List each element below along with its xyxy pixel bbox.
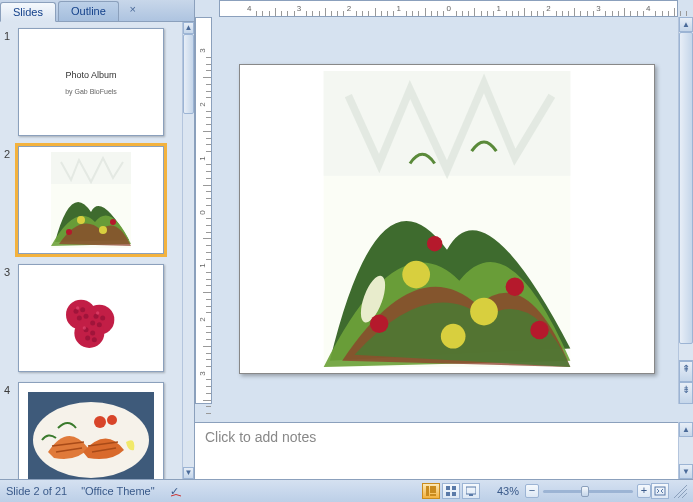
slide-thumbnail-4[interactable] xyxy=(18,382,164,479)
svg-point-11 xyxy=(80,307,85,312)
svg-point-38 xyxy=(530,321,549,340)
fit-to-window-button[interactable] xyxy=(651,483,669,499)
vertical-ruler: 3210123 xyxy=(195,17,212,404)
svg-point-19 xyxy=(90,331,95,336)
svg-text:✓: ✓ xyxy=(170,485,179,497)
zoom-out-button[interactable]: − xyxy=(525,484,539,498)
notes-scrollbar[interactable]: ▲ ▼ xyxy=(678,422,693,479)
close-panel-icon[interactable]: × xyxy=(125,2,141,18)
zoom-control: 43% − + xyxy=(491,484,651,498)
status-bar: Slide 2 of 21 "Office Theme" ✓ 43% − + xyxy=(0,479,693,502)
svg-rect-48 xyxy=(469,494,473,496)
zoom-percent[interactable]: 43% xyxy=(497,485,519,497)
thumbnail-row: 4 xyxy=(4,382,178,479)
scroll-down-icon[interactable]: ▼ xyxy=(183,467,194,479)
thumbnail-row: 1 Photo Album by Gab BioFuels xyxy=(4,28,178,136)
svg-point-20 xyxy=(85,336,90,341)
svg-rect-44 xyxy=(452,486,456,490)
svg-rect-40 xyxy=(426,486,429,496)
scroll-up-icon[interactable]: ▲ xyxy=(679,17,693,32)
thumb-title: Photo Album xyxy=(65,70,116,80)
zoom-slider[interactable] xyxy=(543,490,633,493)
normal-view-button[interactable] xyxy=(422,483,440,499)
svg-point-13 xyxy=(84,314,89,319)
svg-point-24 xyxy=(83,326,86,329)
slide-number: 3 xyxy=(4,264,18,278)
svg-point-35 xyxy=(370,315,389,334)
current-slide[interactable] xyxy=(239,64,655,374)
main-area: 432101234 3210123 ▲ ⇞ ⇟ xyxy=(195,0,693,479)
spellcheck-icon[interactable]: ✓ xyxy=(169,484,183,498)
theme-name: "Office Theme" xyxy=(81,485,154,497)
slide-counter: Slide 2 of 21 xyxy=(6,485,67,497)
slide-number: 2 xyxy=(4,146,18,160)
svg-point-34 xyxy=(441,324,466,349)
svg-point-5 xyxy=(110,219,116,225)
slide-thumbnail-3[interactable] xyxy=(18,264,164,372)
panel-scrollbar[interactable]: ▲ ▼ xyxy=(182,22,194,479)
thumbnail-list: 1 Photo Album by Gab BioFuels 2 xyxy=(0,22,182,479)
svg-point-37 xyxy=(427,236,442,251)
thumbnail-row: 3 xyxy=(4,264,178,372)
fish-plate-image-icon xyxy=(28,392,154,479)
svg-rect-47 xyxy=(466,487,476,494)
svg-point-28 xyxy=(107,415,117,425)
scroll-up-icon[interactable]: ▲ xyxy=(183,22,194,34)
next-slide-button[interactable]: ⇟ xyxy=(679,382,693,404)
svg-point-17 xyxy=(90,321,95,326)
svg-point-32 xyxy=(402,261,430,289)
svg-point-3 xyxy=(99,226,107,234)
thumbnail-row: 2 xyxy=(4,146,178,254)
raspberries-image-icon xyxy=(46,278,136,358)
svg-point-16 xyxy=(97,322,102,327)
svg-point-27 xyxy=(94,416,106,428)
resize-grip-icon[interactable] xyxy=(673,484,687,498)
slides-panel: Slides Outline × 1 Photo Album by Gab Bi… xyxy=(0,0,195,479)
vertical-scrollbar[interactable]: ▲ ⇞ ⇟ xyxy=(678,17,693,404)
svg-point-36 xyxy=(506,278,525,297)
slide-thumbnail-1[interactable]: Photo Album by Gab BioFuels xyxy=(18,28,164,136)
svg-rect-42 xyxy=(430,494,436,496)
scroll-up-icon[interactable]: ▲ xyxy=(679,422,693,437)
svg-rect-49 xyxy=(655,487,665,495)
svg-point-22 xyxy=(76,306,79,309)
svg-point-2 xyxy=(77,216,85,224)
svg-rect-41 xyxy=(430,486,436,493)
notes-pane[interactable]: Click to add notes xyxy=(195,422,678,479)
sorter-view-button[interactable] xyxy=(442,483,460,499)
svg-rect-45 xyxy=(446,492,450,496)
slide-stage[interactable] xyxy=(219,24,678,404)
zoom-in-button[interactable]: + xyxy=(637,484,651,498)
tab-slides[interactable]: Slides xyxy=(0,2,56,22)
panel-tabs: Slides Outline × xyxy=(0,0,194,22)
svg-rect-43 xyxy=(446,486,450,490)
svg-point-21 xyxy=(92,337,97,342)
salad-image-icon xyxy=(51,152,131,248)
svg-point-15 xyxy=(100,316,105,321)
svg-point-23 xyxy=(96,311,99,314)
thumb-subtitle: by Gab BioFuels xyxy=(65,88,117,95)
scroll-thumb[interactable] xyxy=(183,34,194,114)
previous-slide-button[interactable]: ⇞ xyxy=(679,360,693,382)
tab-outline[interactable]: Outline xyxy=(58,1,119,21)
scroll-thumb[interactable] xyxy=(679,32,693,344)
slideshow-view-button[interactable] xyxy=(462,483,480,499)
svg-point-26 xyxy=(33,402,149,478)
svg-point-12 xyxy=(77,316,82,321)
svg-rect-46 xyxy=(452,492,456,496)
slide-number: 1 xyxy=(4,28,18,42)
svg-point-33 xyxy=(470,298,498,326)
slide-nav-buttons: ⇞ ⇟ xyxy=(679,360,693,404)
salad-image-icon xyxy=(319,71,575,367)
scroll-down-icon[interactable]: ▼ xyxy=(679,464,693,479)
zoom-handle[interactable] xyxy=(581,486,589,497)
slide-thumbnail-2[interactable] xyxy=(18,146,164,254)
slide-number: 4 xyxy=(4,382,18,396)
svg-point-4 xyxy=(66,229,72,235)
horizontal-ruler: 432101234 xyxy=(219,0,678,17)
